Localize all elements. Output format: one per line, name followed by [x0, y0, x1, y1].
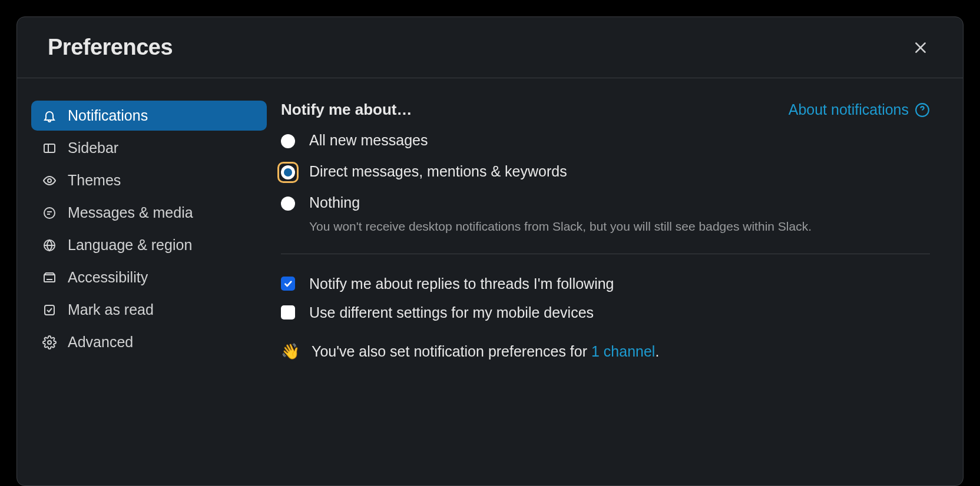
sidebar-item-advanced[interactable]: Advanced — [31, 327, 267, 357]
question-circle-icon — [915, 102, 930, 118]
sidebar-item-language-region[interactable]: Language & region — [31, 230, 267, 260]
sidebar-item-themes[interactable]: Themes — [31, 165, 267, 195]
close-button[interactable] — [909, 36, 932, 59]
sidebar-item-label: Notifications — [68, 107, 148, 124]
radio-input[interactable] — [281, 134, 295, 148]
svg-rect-8 — [45, 305, 54, 315]
check-icon — [283, 279, 293, 288]
radio-direct-messages[interactable]: Direct messages, mentions & keywords — [281, 163, 930, 180]
check-mobile-settings[interactable]: Use different settings for my mobile dev… — [281, 304, 930, 321]
wave-icon: 👋 — [281, 342, 300, 361]
sidebar-item-notifications[interactable]: Notifications — [31, 101, 267, 131]
modal-header: Preferences — [17, 17, 963, 78]
sidebar-item-sidebar[interactable]: Sidebar — [31, 133, 267, 163]
radio-label: Direct messages, mentions & keywords — [309, 163, 567, 180]
channel-count-link[interactable]: 1 channel — [591, 343, 655, 359]
sidebar-item-label: Themes — [68, 172, 121, 189]
sidebar-item-accessibility[interactable]: Accessibility — [31, 262, 267, 292]
eye-icon — [42, 174, 57, 188]
radio-all-new-messages[interactable]: All new messages — [281, 132, 930, 149]
modal-body: Notifications Sidebar Themes Messages & … — [17, 78, 963, 485]
sidebar-item-label: Advanced — [68, 334, 133, 351]
radio-sublabel: You won't receive desktop notifications … — [309, 217, 812, 236]
sidebar: Notifications Sidebar Themes Messages & … — [17, 78, 281, 485]
sidebar-item-messages-media[interactable]: Messages & media — [31, 198, 267, 228]
svg-point-4 — [48, 179, 51, 182]
section-header: Notify me about… About notifications — [281, 101, 930, 119]
gear-icon — [42, 335, 57, 349]
sidebar-item-label: Messages & media — [68, 204, 193, 221]
check-label: Use different settings for my mobile dev… — [309, 304, 594, 321]
chat-icon — [42, 206, 57, 220]
section-title: Notify me about… — [281, 101, 412, 119]
close-icon — [913, 40, 928, 55]
divider — [281, 254, 930, 254]
keyboard-icon — [42, 271, 57, 285]
radio-nothing[interactable]: Nothing You won't receive desktop notifi… — [281, 194, 930, 236]
check-thread-replies[interactable]: Notify me about replies to threads I'm f… — [281, 275, 930, 292]
panel-icon — [42, 141, 57, 155]
globe-icon — [42, 238, 57, 252]
svg-point-9 — [48, 341, 51, 344]
content-panel: Notify me about… About notifications All… — [281, 78, 963, 485]
modal-title: Preferences — [48, 35, 173, 60]
svg-point-5 — [44, 208, 55, 218]
note-text: You've also set notification preferences… — [312, 343, 659, 360]
radio-label: All new messages — [309, 132, 428, 149]
sidebar-item-label: Mark as read — [68, 301, 154, 318]
sidebar-item-label: Accessibility — [68, 269, 148, 286]
channel-prefs-note: 👋 You've also set notification preferenc… — [281, 342, 930, 361]
sidebar-item-label: Sidebar — [68, 139, 118, 157]
check-label: Notify me about replies to threads I'm f… — [309, 275, 614, 292]
checkbox-input[interactable] — [281, 305, 295, 319]
about-notifications-link[interactable]: About notifications — [789, 101, 930, 118]
checkbox-input[interactable] — [281, 277, 295, 291]
sidebar-item-mark-as-read[interactable]: Mark as read — [31, 295, 267, 325]
radio-input[interactable] — [281, 165, 295, 179]
sidebar-item-label: Language & region — [68, 237, 192, 254]
bell-icon — [42, 109, 57, 123]
svg-rect-7 — [44, 275, 55, 282]
help-link-label: About notifications — [789, 101, 909, 118]
radio-label: Nothing — [309, 194, 812, 211]
preferences-modal: Preferences Notifications Sidebar — [16, 16, 964, 486]
check-square-icon — [42, 303, 57, 317]
radio-input[interactable] — [281, 197, 295, 211]
svg-rect-2 — [44, 144, 55, 152]
